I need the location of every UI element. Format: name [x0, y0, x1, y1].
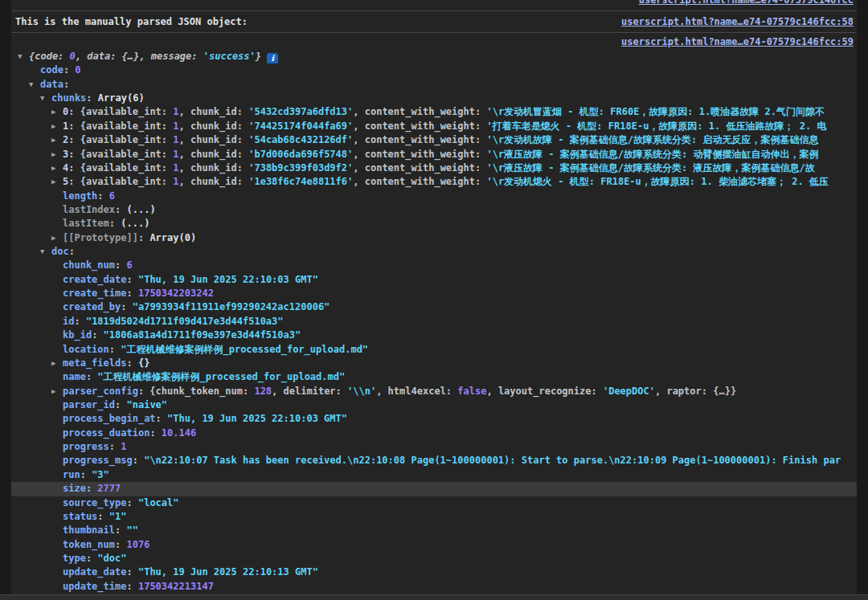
expand-arrow-icon[interactable]: ▶ [51, 231, 63, 245]
expand-arrow-icon[interactable]: ▶ [51, 105, 63, 119]
token-str: '\r液压故障 - 案例基础信息/故障系统分类: 动臂侧摆油缸自动伸出，案例 [486, 149, 818, 160]
token-gray: , content_with_weight: [353, 162, 486, 173]
tree-row-object-preview[interactable]: ▼{code: 0, data: {…}, message: 'success'… [11, 50, 857, 63]
info-icon: i [267, 53, 278, 63]
token-str: "\n22:10:07 Task has been received.\n22:… [144, 455, 841, 466]
token-gray: : [86, 483, 97, 494]
token-num: 1750342213147 [138, 581, 214, 592]
token-dim: lastIndex [63, 204, 115, 215]
token-gray: : [126, 274, 137, 285]
token-key: update_date [63, 566, 126, 578]
tree-row-thumbnail: thumbnail: "" [11, 524, 857, 537]
token-gray: : [149, 427, 161, 439]
object-entry-link-line: userscript.html?name…e74-07579c146fcc:59 [11, 33, 857, 50]
tree-row-status: status: "1" [11, 510, 857, 524]
token-key: doc [51, 246, 69, 257]
token-num: 1 [173, 162, 178, 173]
token-plain: (...) [126, 204, 155, 215]
collapse-arrow-icon[interactable]: ▼ [40, 92, 51, 105]
token-str: "a7993934f11911ef99290242ac120006" [133, 301, 330, 312]
tree-row-doc[interactable]: ▼doc: [11, 245, 857, 259]
tree-row-chunk-4[interactable]: ▶4: {available_int: 1, chunk_id: '738b9c… [11, 161, 857, 175]
token-str: '\\n' [347, 386, 376, 397]
token-str: '54cab68c432126df' [248, 134, 353, 145]
token-str: "3" [92, 469, 109, 480]
tree-row-source_type: source_type: "local" [11, 496, 857, 510]
token-num: 2777 [97, 483, 121, 494]
tree-row-chunk-3[interactable]: ▶3: {available_int: 1, chunk_id: 'b7d006… [11, 148, 857, 161]
tree-row-name: name: "工程机械维修案例样例_processed_for_upload.m… [11, 370, 857, 384]
token-plain: (...) [121, 218, 149, 229]
token-gray: : [126, 357, 137, 369]
token-plain: Array(0) [149, 232, 196, 243]
expand-arrow-icon[interactable]: ▶ [51, 120, 63, 133]
token-key: token_num [63, 539, 115, 550]
token-gray: , content_with_weight: [353, 134, 486, 145]
tree-row-parser_id: parser_id: "naive" [11, 398, 857, 412]
expand-arrow-icon[interactable]: ▶ [51, 161, 63, 175]
source-link-59[interactable]: userscript.html?name…e74-07579c146fcc:59 [621, 36, 854, 47]
token-gray: , content_with_weight: [353, 149, 486, 160]
tree-row-chunks[interactable]: ▼chunks: Array(6) [11, 92, 857, 105]
tree-row-parser_config[interactable]: ▶parser_config: {chunk_token_num: 128, d… [11, 385, 857, 398]
tree-row-chunk-1[interactable]: ▶1: {available_int: 1, chunk_id: '744251… [11, 120, 857, 133]
token-str: "Thu, 19 Jun 2025 22:10:13 GMT" [138, 566, 318, 578]
token-str: '打着车老是熄火 - 机型: FR18E-u，故障原因: 1. 低压油路故障； … [486, 120, 826, 132]
tree-row-data[interactable]: ▼data: [11, 78, 857, 92]
console-entry-partial: userscript.html?name…e74-07579c146fcc [11, 0, 857, 10]
collapse-arrow-icon[interactable]: ▼ [29, 78, 40, 92]
token-gray: , data: {…}, message: [76, 51, 203, 62]
token-dim: lastItem [63, 218, 109, 229]
token-key: process_begin_at [63, 413, 156, 424]
source-link-partial[interactable]: userscript.html?name…e74-07579c146fcc [639, 0, 854, 6]
tree-row-create_date: create_date: "Thu, 19 Jun 2025 22:10:03 … [11, 273, 857, 287]
token-gray: : [109, 441, 121, 452]
token-key: type [63, 553, 86, 564]
token-key: name [63, 371, 86, 382]
tree-row-type: type: "doc" [11, 552, 857, 565]
token-key: code [40, 64, 63, 76]
tree-row-chunk-0[interactable]: ▶0: {available_int: 1, chunk_id: '5432cd… [11, 105, 857, 119]
token-gray: {code: [29, 51, 70, 62]
tree-row-chunk-5[interactable]: ▶5: {available_int: 1, chunk_id: '1e38f6… [11, 175, 857, 189]
token-num: 1076 [126, 539, 149, 550]
token-key: run [63, 469, 80, 480]
expand-arrow-icon[interactable]: ▶ [51, 133, 63, 147]
token-plain: Array(6) [98, 92, 145, 104]
token-str: "工程机械维修案例样例_processed_for_upload.md" [97, 371, 345, 382]
token-key: size [63, 483, 86, 494]
tree-row-code: code: 0 [11, 63, 857, 77]
token-gray: : [126, 288, 137, 299]
tree-row-chunk-2[interactable]: ▶2: {available_int: 1, chunk_id: '54cab6… [11, 133, 857, 147]
devtools-console-panel[interactable]: userscript.html?name…e74-07579c146fcc Th… [11, 0, 857, 594]
token-gray: : [138, 232, 149, 243]
tree-row-prototype[interactable]: ▶[[Prototype]]: Array(0) [11, 231, 857, 245]
token-str: 'success' [203, 51, 256, 62]
token-str: '\r发动机冒蓝烟 - 机型: FR60E，故障原因: 1.喷油器故障 2.气门… [486, 107, 825, 118]
source-link-58[interactable]: userscript.html?name…e74-07579c146fcc:58 [621, 16, 854, 27]
token-key: thumbnail [63, 524, 115, 536]
token-str: "naive" [126, 399, 167, 410]
collapse-arrow-icon[interactable]: ▼ [18, 50, 29, 63]
expand-arrow-icon[interactable]: ▶ [51, 148, 63, 161]
token-str: "Thu, 19 Jun 2025 22:10:03 GMT" [138, 274, 318, 285]
token-num: 1 [173, 134, 178, 145]
token-str: "" [126, 524, 137, 536]
token-gray: : [63, 79, 69, 90]
token-gray: : {chunk_token_num: [138, 386, 255, 397]
token-num: 6 [126, 259, 132, 271]
tree-row-length: length: 6 [11, 190, 857, 203]
token-str: 'DeepDOC' [603, 386, 655, 397]
tree-row-id: id: "1819d5024d1711f09d417e3d44f510a3" [11, 315, 857, 329]
expand-arrow-icon[interactable]: ▶ [51, 175, 63, 189]
token-num: 1 [173, 176, 178, 187]
collapse-arrow-icon[interactable]: ▼ [40, 245, 51, 259]
tree-row-meta_fields[interactable]: ▶meta_fields: {} [11, 357, 857, 370]
token-key: id [63, 316, 74, 327]
expand-arrow-icon[interactable]: ▶ [51, 385, 63, 398]
tree-row-run: run: "3" [11, 468, 857, 482]
token-gray: : [115, 204, 126, 215]
token-gray: , delimiter: [272, 386, 347, 397]
expand-arrow-icon[interactable]: ▶ [51, 357, 63, 370]
tree-row-update_date: update_date: "Thu, 19 Jun 2025 22:10:13 … [11, 565, 857, 579]
